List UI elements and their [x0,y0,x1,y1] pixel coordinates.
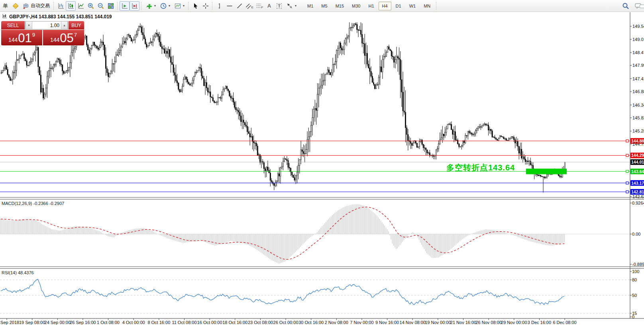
toolbar-separator [141,2,142,10]
svg-text:11 Oct 08:00: 11 Oct 08:00 [172,320,196,325]
trendline-icon [236,2,243,10]
candlestick-chart-button[interactable] [66,1,76,11]
toolbar-right-group [620,0,644,12]
channel-tool-button[interactable]: E [244,1,254,11]
timeframe-H4[interactable]: H4 [379,2,391,10]
volume-increase-button[interactable]: ▲ [61,21,68,29]
auto-scroll-button[interactable] [120,1,130,11]
chart-canvas[interactable]: 144.88144.29144.01143.64143.17142.81149.… [0,0,644,328]
svg-text:144.75: 144.75 [632,142,644,146]
template-icon [174,2,181,10]
svg-text:18 Oct 16:00: 18 Oct 16:00 [222,320,247,325]
sell-price-pip: 9 [32,32,35,38]
timeframe-bar: M1M5M15M30H1H4D1W1MN [303,2,434,10]
timeframe-M30[interactable]: M30 [348,2,364,10]
svg-text:80: 80 [632,277,637,282]
volume-stepper: ▼ 1.00 ▲ [25,21,68,29]
volume-value[interactable]: 1.00 [32,21,61,29]
vertical-line-tool-button[interactable] [214,1,224,11]
timeframe-H1[interactable]: H1 [365,2,377,10]
svg-text:30 Oct 16:00: 30 Oct 16:00 [298,320,324,325]
channel-sub-label: E [251,6,253,9]
toolbar-separator [188,2,189,10]
chart-shift-button[interactable] [130,1,139,11]
trendline-tool-button[interactable] [234,1,244,11]
svg-text:14 Nov 08:00: 14 Nov 08:00 [400,320,426,325]
fibonacci-tool-button[interactable]: F [254,1,264,11]
line-chart-button[interactable] [76,1,86,11]
timeframe-M5[interactable]: M5 [318,2,331,10]
zoom-in-icon [87,2,94,10]
svg-text:142.81: 142.81 [631,189,644,194]
sell-price-prefix: 144 [8,37,18,43]
buy-price-button[interactable]: 144 05 7 [43,30,84,45]
search-button[interactable] [620,1,630,11]
svg-text:146.34: 146.34 [632,103,644,107]
chevron-down-icon: ▾ [169,4,170,8]
svg-text:7 Nov 00:00: 7 Nov 00:00 [350,320,373,325]
svg-text:6 Dec 08:00: 6 Dec 08:00 [553,320,576,325]
horizontal-line-icon [226,2,233,10]
svg-text:26 Sep 16:00: 26 Sep 16:00 [70,320,96,325]
volume-decrease-button[interactable]: ▼ [26,21,32,29]
svg-text:9 Nov 16:00: 9 Nov 16:00 [375,320,399,325]
timeframe-M1[interactable]: M1 [304,2,317,10]
templates-button[interactable]: ▾ [172,1,187,11]
toolbar-separator [117,2,118,10]
svg-text:1 Oct 08:00: 1 Oct 08:00 [97,320,120,325]
chart-caption: GBPJPY-,H4 143.883 144.155 143.851 144.0… [2,14,112,20]
arrows-icon [286,2,293,10]
svg-text:144.29: 144.29 [631,153,644,158]
svg-text:2 Nov 08:00: 2 Nov 08:00 [325,320,348,325]
svg-text:144.01: 144.01 [631,160,644,164]
chat-bubbles-icon [634,2,644,10]
autotrading-button[interactable]: 自动交易 [20,1,52,11]
svg-text:0.9264: 0.9264 [632,201,644,205]
pivot-annotation-text: 多空转折点143.64 [446,162,515,173]
text-tool-button[interactable]: A [264,1,274,11]
sell-price-big: 01 [18,32,31,44]
vertical-line-icon [216,2,223,10]
timeframe-D1[interactable]: D1 [392,2,405,10]
cursor-button[interactable] [190,1,200,11]
buy-button-label: BUY [71,23,81,28]
diamond-icon [12,2,19,10]
chat-button[interactable] [634,1,644,11]
indicators-button[interactable]: ▾ [143,1,158,11]
clock-icon [160,2,167,10]
horizontal-line-tool-button[interactable] [224,1,234,11]
levels-layer [0,140,630,193]
add-indicator-icon [145,2,153,10]
zoom-in-button[interactable] [86,1,96,11]
new-order-button[interactable]: 单 [0,1,10,11]
crosshair-button[interactable] [200,1,210,11]
svg-text:19 Nov 00:00: 19 Nov 00:00 [425,320,451,325]
market-watch-button[interactable] [10,1,20,11]
line-chart-icon [77,2,84,10]
svg-text:142.62: 142.62 [632,194,644,199]
frame-layer [0,12,644,318]
buy-button[interactable]: BUY [69,21,84,29]
zoom-out-icon [97,2,104,10]
tile-windows-button[interactable] [106,1,116,11]
text-label-icon: T [277,3,282,9]
chart-shift-icon [131,2,138,10]
ohlc-bars-icon [57,2,65,10]
svg-text:8 Oct 16:00: 8 Oct 16:00 [147,320,170,325]
sell-button[interactable]: SELL [1,21,25,29]
chevron-down-icon: ▾ [154,4,156,8]
timeframe-M15[interactable]: M15 [332,2,348,10]
zoom-out-button[interactable] [96,1,106,11]
crosshair-icon [202,2,209,10]
new-order-label: 单 [3,2,8,10]
periods-button[interactable]: ▾ [158,1,172,11]
candlestick-icon [67,2,75,10]
fibonacci-sub-label: F [261,6,263,9]
sell-price-button[interactable]: 144 01 9 [1,30,42,45]
timeframe-MN[interactable]: MN [420,2,434,10]
arrows-tool-button[interactable]: ▾ [284,1,298,11]
timeframe-W1[interactable]: W1 [406,2,420,10]
bar-chart-button[interactable] [56,1,66,11]
svg-text:143.17: 143.17 [631,181,644,185]
label-tool-button[interactable]: T [274,1,284,11]
